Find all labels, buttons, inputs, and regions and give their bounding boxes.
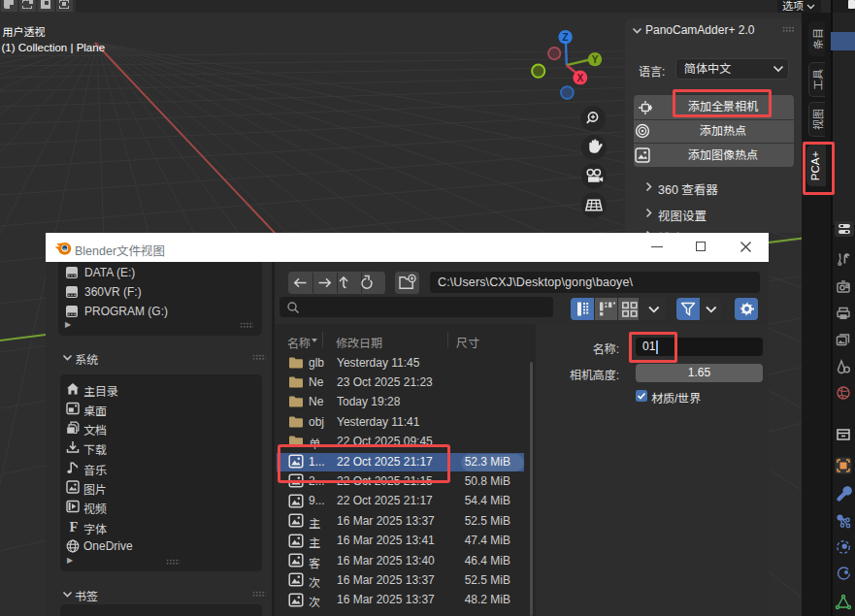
- svg-text:Z: Z: [563, 32, 569, 43]
- svg-text:X: X: [576, 73, 583, 83]
- svg-text:Y: Y: [592, 54, 599, 65]
